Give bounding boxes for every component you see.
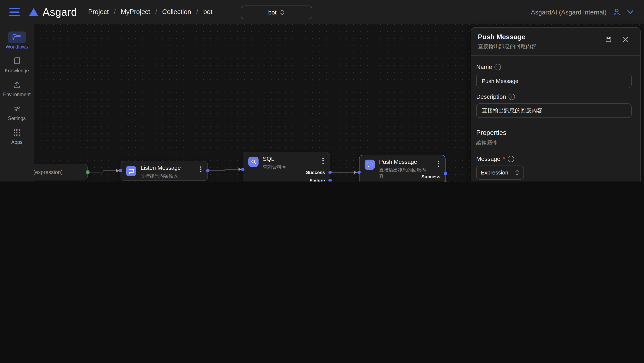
sidebar-item-label: Apps	[11, 140, 22, 145]
node-listen-message[interactable]: Listen Message 等待訊息內容輸入	[120, 161, 208, 181]
message-bubble-icon	[126, 166, 136, 176]
sidebar-item-workflows[interactable]: Workflows	[2, 31, 32, 49]
folder-icon	[8, 31, 26, 43]
menu-icon[interactable]	[9, 8, 20, 16]
panel-header: Push Message 直接輸出訊息的回應內容	[471, 28, 640, 56]
book-icon	[8, 55, 26, 67]
name-label: Name	[476, 63, 492, 70]
message-bubble-icon	[364, 160, 375, 170]
sidebar-item-environment[interactable]: Environment	[2, 79, 32, 97]
apps-grid-icon	[8, 127, 26, 138]
left-sidebar: Workflows Knowledge Environment Settings	[0, 24, 34, 181]
properties-title: Properties	[476, 129, 632, 137]
node-sql[interactable]: SQL 查詢資料庫 Success Failure	[243, 152, 330, 181]
save-icon[interactable]	[605, 36, 612, 43]
sidebar-item-apps[interactable]: Apps	[2, 127, 32, 145]
description-label: Description	[476, 93, 506, 100]
magnifier-icon	[248, 157, 258, 167]
logo-triangle-icon	[29, 8, 38, 16]
node-subtitle: 查詢資料庫	[263, 164, 286, 170]
breadcrumb-bot[interactable]: bot	[203, 8, 212, 16]
app-root: Asgard Project / MyProject / Collection …	[0, 0, 644, 181]
kebab-menu-icon[interactable]	[436, 160, 441, 168]
kebab-menu-icon[interactable]	[320, 157, 326, 165]
kebab-menu-icon[interactable]	[198, 165, 203, 173]
account-area: AsgardAI (Asgard Internal)	[531, 7, 644, 16]
close-icon[interactable]	[622, 36, 628, 42]
user-icon[interactable]	[612, 7, 622, 16]
info-icon[interactable]: i	[508, 93, 515, 100]
output-failure-label: Failure	[310, 178, 325, 181]
brand[interactable]: Asgard	[29, 6, 77, 18]
sidebar-item-label: Settings	[8, 116, 26, 121]
sidebar-item-settings[interactable]: Settings	[2, 103, 32, 121]
node-expression-label: |(expression)	[34, 169, 62, 175]
message-label: Message	[476, 155, 500, 162]
node-title: Listen Message	[140, 165, 181, 171]
node-config-panel: Push Message 直接輸出訊息的回應內容 Name i Descript…	[471, 27, 640, 181]
node-subtitle: 等待訊息內容輸入	[140, 173, 178, 179]
name-input[interactable]	[476, 74, 632, 88]
chevron-down-icon[interactable]	[627, 10, 634, 14]
description-input[interactable]	[476, 103, 632, 118]
breadcrumb: Project / MyProject / Collection / bot	[88, 8, 212, 16]
breadcrumb-collection[interactable]: Collection	[162, 8, 191, 16]
breadcrumb-separator: /	[114, 8, 116, 16]
updown-chevron-icon	[515, 170, 519, 176]
message-type-value: Expression	[481, 169, 508, 176]
brand-name: Asgard	[42, 6, 77, 18]
node-title: SQL	[263, 156, 274, 162]
upload-icon	[8, 79, 26, 91]
message-type-select[interactable]: Expression	[476, 166, 524, 180]
panel-subtitle: 直接輸出訊息的回應內容	[478, 43, 633, 50]
workflow-selector-value: bot	[268, 9, 277, 16]
sidebar-item-label: Knowledge	[5, 68, 29, 73]
top-navbar: Asgard Project / MyProject / Collection …	[0, 0, 644, 24]
panel-body: Name i Description i Properties 編輯屬性 Mes…	[471, 56, 640, 181]
info-icon[interactable]: i	[495, 64, 501, 70]
info-icon[interactable]: i	[508, 156, 514, 162]
sidebar-item-label: Workflows	[6, 44, 28, 49]
node-expression-partial[interactable]: |(expression)	[34, 164, 88, 180]
sliders-icon	[8, 103, 26, 114]
required-marker: *	[503, 155, 505, 162]
workflow-selector[interactable]: bot	[241, 5, 312, 19]
node-title: Push Message	[379, 159, 417, 165]
breadcrumb-separator: /	[196, 8, 198, 16]
sidebar-item-label: Environment	[3, 92, 30, 97]
breadcrumb-myproject[interactable]: MyProject	[121, 8, 150, 16]
updown-chevron-icon	[280, 9, 284, 16]
breadcrumb-project[interactable]: Project	[88, 8, 109, 16]
breadcrumb-separator: /	[155, 8, 157, 16]
properties-subtitle: 編輯屬性	[476, 140, 632, 147]
node-push-message[interactable]: Push Message 直接輸出訊息的回應內容 Success Failure	[359, 155, 446, 181]
output-success-label: Success	[306, 170, 325, 175]
sidebar-item-knowledge[interactable]: Knowledge	[2, 55, 32, 73]
account-label: AsgardAI (Asgard Internal)	[531, 8, 606, 15]
node-subtitle: 直接輸出訊息的回應內容	[379, 167, 428, 180]
output-success-label: Success	[422, 174, 440, 179]
